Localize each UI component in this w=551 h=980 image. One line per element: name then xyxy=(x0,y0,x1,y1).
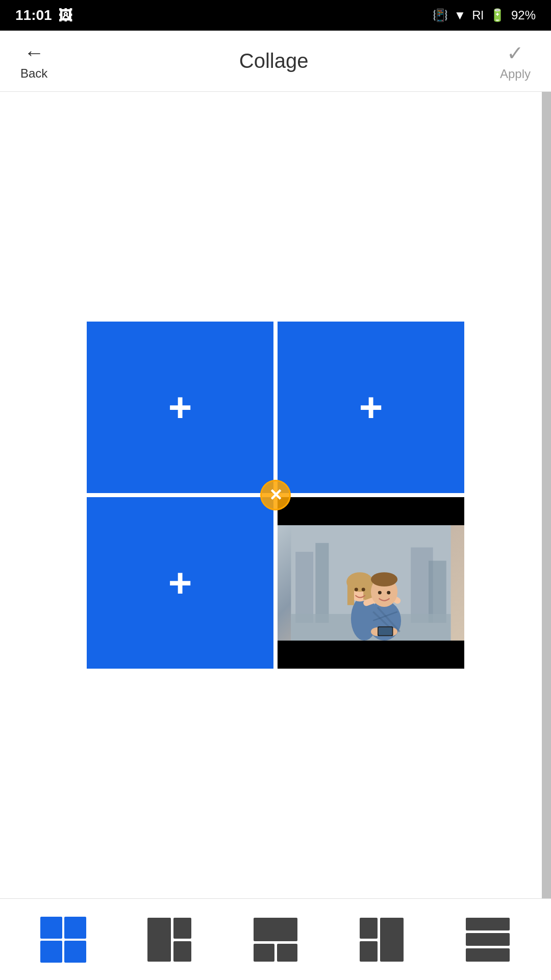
layout-left-large-icon xyxy=(146,917,192,963)
apply-label: Apply xyxy=(500,67,531,81)
svg-rect-10 xyxy=(347,583,354,605)
layout-right-large-button[interactable] xyxy=(346,914,417,965)
battery-icon: 🔋 xyxy=(490,8,505,22)
layout-rows-button[interactable] xyxy=(452,914,523,965)
layout-top-large-icon xyxy=(253,917,298,963)
svg-rect-2 xyxy=(295,552,313,623)
apply-button[interactable]: ✓ Apply xyxy=(500,41,531,81)
couple-illustration xyxy=(278,525,464,641)
drag-x-icon: ✕ xyxy=(269,487,283,503)
grid-cell xyxy=(40,917,62,939)
signal-icon: Rl xyxy=(472,8,484,22)
svg-point-13 xyxy=(362,588,365,592)
svg-rect-37 xyxy=(466,948,510,962)
collage-cell-bottom-left[interactable]: + xyxy=(87,497,273,669)
svg-rect-32 xyxy=(360,918,378,939)
layout-right-large-icon xyxy=(359,917,405,963)
back-arrow-icon: ← xyxy=(24,41,44,64)
battery-percent: 92% xyxy=(511,8,536,22)
grid-cell xyxy=(64,917,86,939)
back-button[interactable]: ← Back xyxy=(20,41,47,81)
collage-area: + + + xyxy=(87,322,464,669)
svg-rect-35 xyxy=(466,918,510,930)
photo-letterbox-top xyxy=(278,497,464,525)
add-photo-icon-top-right: + xyxy=(359,387,383,428)
svg-point-12 xyxy=(355,588,358,592)
svg-rect-5 xyxy=(429,561,446,623)
svg-rect-30 xyxy=(254,944,274,962)
svg-rect-29 xyxy=(254,918,297,941)
svg-point-20 xyxy=(378,591,382,595)
svg-rect-27 xyxy=(173,918,191,939)
svg-rect-28 xyxy=(173,941,191,962)
check-icon: ✓ xyxy=(507,41,524,65)
photo-container xyxy=(278,497,464,669)
photo-letterbox-bottom xyxy=(278,641,464,669)
main-content: + + + xyxy=(0,92,551,898)
back-label: Back xyxy=(20,66,47,81)
collage-cell-top-left[interactable]: + xyxy=(87,322,273,493)
drag-handle[interactable]: ✕ xyxy=(260,480,291,510)
scrollbar[interactable] xyxy=(542,92,551,898)
status-time: 11:01 xyxy=(15,7,52,23)
layout-2x2-button[interactable] xyxy=(28,914,99,965)
add-photo-icon-top-left: + xyxy=(168,387,192,428)
grid-cell xyxy=(64,941,86,963)
layout-top-large-button[interactable] xyxy=(240,914,311,965)
layout-left-large-button[interactable] xyxy=(134,914,205,965)
svg-rect-26 xyxy=(147,918,171,962)
photo-image xyxy=(278,525,464,641)
status-bar-left: 11:01 🖼 xyxy=(15,7,72,24)
status-bar: 11:01 🖼 📳 ▼ Rl 🔋 92% xyxy=(0,0,551,31)
svg-rect-3 xyxy=(315,543,329,623)
header: ← Back Collage ✓ Apply xyxy=(0,31,551,92)
collage-cell-bottom-right[interactable] xyxy=(278,497,464,669)
svg-rect-36 xyxy=(466,933,510,946)
grid-cell xyxy=(40,941,62,963)
svg-rect-11 xyxy=(363,582,372,600)
page-title: Collage xyxy=(239,50,309,72)
bottom-toolbar xyxy=(0,898,551,980)
svg-point-21 xyxy=(387,591,390,595)
svg-point-19 xyxy=(371,572,397,586)
layout-2x2-icon xyxy=(40,917,86,963)
vibrate-icon: 📳 xyxy=(433,8,448,22)
collage-cell-top-right[interactable]: + xyxy=(278,322,464,493)
svg-rect-34 xyxy=(380,918,404,962)
layout-rows-icon xyxy=(465,917,511,963)
svg-rect-25 xyxy=(379,627,392,635)
gallery-icon: 🖼 xyxy=(58,7,72,24)
status-bar-right: 📳 ▼ Rl 🔋 92% xyxy=(433,8,536,22)
svg-rect-33 xyxy=(360,941,378,962)
svg-rect-31 xyxy=(277,944,297,962)
wifi-icon: ▼ xyxy=(454,8,466,22)
add-photo-icon-bottom-left: + xyxy=(168,562,192,603)
